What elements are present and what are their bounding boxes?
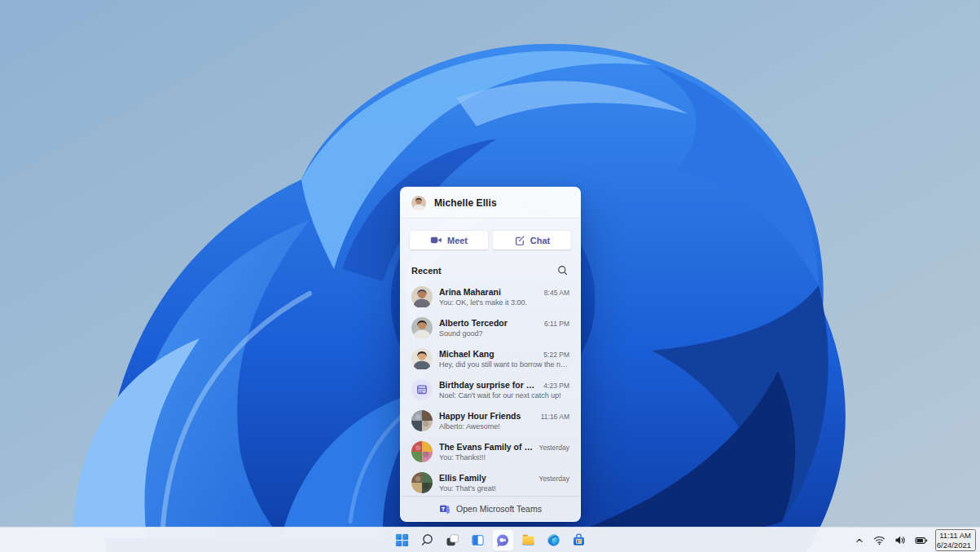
conversation-name: Happy Hour Friends (439, 411, 536, 421)
conversation-name: Alberto Tercedor (439, 318, 539, 328)
conversation-item[interactable]: Happy Hour Friends 11:16 AM Alberto: Awe… (401, 405, 580, 436)
clock[interactable]: 11:11 AM 6/24/2021 (935, 529, 976, 552)
conversation-time: 6:11 PM (544, 320, 569, 328)
conversation-item[interactable]: Arina Maharani 8:45 AM You: OK, let's ma… (401, 281, 580, 312)
conversation-time: 11:16 AM (541, 413, 569, 421)
open-microsoft-teams-label: Open Microsoft Teams (456, 504, 542, 514)
conversation-name: Arina Maharani (439, 287, 539, 297)
taskbar-item-search[interactable] (416, 529, 438, 551)
conversation-item[interactable]: Birthday surprise for Mum 4:23 PM Noel: … (401, 374, 580, 405)
task-view-icon (445, 532, 460, 548)
teams-chat-icon (494, 532, 511, 549)
open-microsoft-teams-button[interactable]: Open Microsoft Teams (401, 496, 580, 521)
recent-row: Recent (401, 258, 580, 281)
taskbar-item-start[interactable] (391, 529, 413, 551)
conversation-list: Arina Maharani 8:45 AM You: OK, let's ma… (401, 281, 580, 496)
conversation-avatar (411, 379, 433, 400)
conversation-name: Birthday surprise for Mum (439, 380, 538, 390)
conversation-name: Michael Kang (439, 349, 538, 359)
taskbar-item-widgets[interactable] (467, 529, 489, 551)
taskbar-tray: 11:11 AM 6/24/2021 (853, 528, 976, 552)
flyout-actions: Meet Chat (401, 219, 580, 258)
taskbar-item-file-explorer[interactable] (517, 529, 539, 551)
chat-button-label: Chat (530, 236, 550, 245)
conversation-item[interactable]: The Evans Family of Supers Yesterday You… (401, 436, 580, 467)
recent-label: Recent (411, 266, 442, 276)
conversation-name: Ellis Family (439, 473, 534, 483)
taskbar-item-microsoft-store[interactable] (568, 529, 590, 551)
search-taskbar-icon (420, 532, 435, 548)
conversation-preview: You: That's great! (439, 484, 569, 492)
conversation-preview: Noel: Can't wait for our next catch up! (439, 391, 569, 400)
tray-date: 6/24/2021 (937, 541, 971, 550)
taskbar-center (391, 528, 590, 552)
conversation-avatar (411, 410, 433, 431)
user-avatar (411, 196, 426, 210)
search-icon[interactable] (556, 263, 569, 277)
meet-button-label: Meet (447, 236, 468, 245)
desktop: Michelle Ellis Meet Chat Recent (0, 0, 980, 552)
conversation-preview: Alberto: Awesome! (439, 422, 569, 431)
conversation-preview: Sound good? (439, 329, 569, 338)
meet-button[interactable]: Meet (409, 230, 489, 250)
conversation-avatar (411, 286, 433, 307)
conversation-avatar (411, 348, 433, 369)
taskbar-item-task-view[interactable] (442, 529, 464, 551)
wifi-icon[interactable] (872, 533, 887, 547)
conversation-avatar (411, 472, 433, 493)
teams-chat-flyout: Michelle Ellis Meet Chat Recent (400, 187, 581, 522)
windows-start-icon (394, 532, 410, 548)
taskbar: 11:11 AM 6/24/2021 (0, 527, 980, 552)
microsoft-store-icon (571, 532, 587, 548)
tray-time: 11:11 AM (937, 531, 971, 541)
conversation-avatar (411, 441, 433, 462)
volume-icon[interactable] (893, 533, 907, 547)
conversation-time: 4:23 PM (543, 382, 569, 390)
user-name: Michelle Ellis (434, 197, 497, 209)
tray-chevron-up-icon[interactable] (853, 534, 866, 547)
conversation-time: Yesterday (539, 444, 570, 452)
conversation-item[interactable]: Michael Kang 5:22 PM Hey, did you still … (401, 343, 580, 374)
widgets-icon (470, 532, 486, 548)
taskbar-item-chat[interactable] (492, 529, 514, 551)
chat-button[interactable]: Chat (492, 230, 572, 250)
conversation-name: The Evans Family of Supers (439, 442, 534, 452)
conversation-avatar (411, 317, 433, 338)
conversation-preview: You: OK, let's make it 3:00. (439, 298, 569, 307)
conversation-item[interactable]: Ellis Family Yesterday You: That's great… (401, 467, 580, 496)
conversation-preview: Hey, did you still want to borrow the no… (439, 360, 569, 369)
conversation-preview: You: Thanks!!! (439, 453, 569, 461)
edge-icon (546, 532, 561, 548)
conversation-item[interactable]: Alberto Tercedor 6:11 PM Sound good? (401, 312, 580, 343)
compose-icon (514, 235, 525, 246)
flyout-header: Michelle Ellis (401, 188, 580, 219)
video-camera-icon (430, 235, 442, 245)
conversation-time: 8:45 AM (544, 289, 569, 297)
battery-icon[interactable] (913, 534, 929, 547)
taskbar-item-edge[interactable] (543, 529, 565, 551)
file-explorer-icon (521, 532, 536, 548)
teams-logo-icon (439, 503, 450, 514)
conversation-time: 5:22 PM (543, 351, 569, 359)
conversation-time: Yesterday (539, 475, 570, 483)
